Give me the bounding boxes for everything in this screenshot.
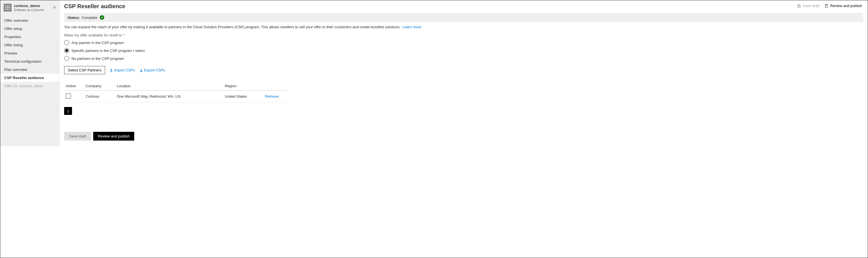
partner-action-row: Select CSP Partners Import CSPs (64, 66, 863, 74)
description-body: You can expand the reach of your offer b… (64, 25, 400, 29)
status-value: Complete (82, 15, 97, 20)
sidebar-offer-id: Offer ID: contoso_demo (0, 82, 59, 90)
radio-no-partners[interactable]: No partners in the CSP program (64, 56, 863, 61)
row-company: Contoso (84, 91, 115, 102)
sidebar-item-plan-overview[interactable]: Plan overview (0, 65, 59, 74)
partners-table-wrap: Active Company Location Region Contoso O… (64, 82, 289, 102)
header-save-draft-label: Save draft (803, 4, 819, 8)
row-region: United States (223, 91, 264, 102)
main-header: CSP Reseller audience Save draft (60, 0, 868, 11)
sidebar-offer-subtype: Software as a Service (14, 8, 44, 12)
sidebar-item-csp-reseller-audience[interactable]: CSP Reseller audience (0, 74, 59, 82)
save-icon (797, 4, 801, 8)
sidebar-item-offer-setup[interactable]: Offer setup (0, 25, 59, 33)
page-1-button[interactable]: 1 (64, 107, 72, 115)
status-complete-icon (100, 15, 104, 20)
col-header-company: Company (84, 82, 115, 91)
publish-icon (825, 4, 829, 8)
header-review-publish-button[interactable]: Review and publish (825, 4, 862, 8)
radio-specific-partners[interactable]: Specific partners in the CSP program I s… (64, 48, 863, 53)
radio-any-partner[interactable]: Any partner in the CSP program (64, 40, 863, 45)
main-content: CSP Reseller audience Save draft (60, 0, 868, 146)
sidebar: contoso_demo Software as a Service Offer… (0, 0, 60, 146)
footer-save-draft-button: Save draft (64, 132, 91, 140)
radio-icon (64, 40, 69, 45)
resell-radio-group: Any partner in the CSP program Specific … (64, 40, 863, 61)
header-review-publish-label: Review and publish (830, 4, 862, 8)
footer-review-publish-button[interactable]: Review and publish (93, 132, 134, 140)
row-location: One Microsoft Way, Redmond, WA, US (115, 91, 223, 102)
sidebar-item-offer-overview[interactable]: Offer overview (0, 17, 59, 25)
description-text: You can expand the reach of your offer b… (64, 25, 863, 29)
status-bar: Status: Complete (64, 13, 863, 22)
offer-type-icon (4, 4, 11, 11)
partners-table: Active Company Location Region Contoso O… (64, 82, 289, 102)
sidebar-item-technical-configuration[interactable]: Technical configuration (0, 57, 59, 65)
resell-field-label: Make my offer available for resell to * (64, 33, 863, 37)
download-icon (140, 69, 143, 72)
sidebar-offer-title: contoso_demo (14, 4, 44, 8)
transfer-icon[interactable] (53, 5, 57, 9)
pager: 1 (64, 107, 863, 115)
sidebar-title-block: contoso_demo Software as a Service (14, 4, 44, 12)
sidebar-item-offer-listing[interactable]: Offer listing (0, 41, 59, 49)
radio-icon (64, 56, 69, 61)
content-body: You can expand the reach of your offer b… (60, 25, 868, 146)
required-indicator: * (122, 33, 125, 37)
header-save-draft-button: Save draft (797, 4, 819, 8)
col-header-region: Region (223, 82, 264, 91)
page-title: CSP Reseller audience (64, 3, 125, 9)
col-header-active: Active (64, 82, 84, 91)
sidebar-item-properties[interactable]: Properties (0, 33, 59, 41)
upload-icon (110, 69, 113, 72)
select-csp-partners-button[interactable]: Select CSP Partners (64, 66, 105, 74)
export-csps-button[interactable]: Export CSPs (140, 68, 165, 72)
header-actions: Save draft Review and publish (797, 3, 862, 8)
radio-icon (64, 48, 69, 53)
table-row: Contoso One Microsoft Way, Redmond, WA, … (64, 91, 289, 102)
sidebar-nav: Offer overview Offer setup Properties Of… (0, 17, 59, 90)
col-header-location: Location (115, 82, 223, 91)
sidebar-header: contoso_demo Software as a Service (0, 2, 59, 15)
radio-any-partner-label: Any partner in the CSP program (71, 41, 124, 45)
row-active-checkbox[interactable] (66, 93, 71, 98)
export-csps-label: Export CSPs (144, 68, 165, 72)
learn-more-link[interactable]: Learn more (403, 25, 421, 29)
radio-specific-partners-label: Specific partners in the CSP program I s… (71, 49, 145, 53)
footer-actions: Save draft Review and publish (64, 132, 863, 140)
svg-rect-4 (798, 4, 800, 5)
col-header-action (264, 82, 289, 91)
import-csps-button[interactable]: Import CSPs (110, 68, 135, 72)
import-csps-label: Import CSPs (114, 68, 135, 72)
row-remove-button[interactable]: Remove (265, 94, 279, 98)
sidebar-item-preview[interactable]: Preview (0, 49, 59, 57)
radio-no-partners-label: No partners in the CSP program (71, 57, 124, 61)
status-label: Status: (67, 15, 80, 20)
